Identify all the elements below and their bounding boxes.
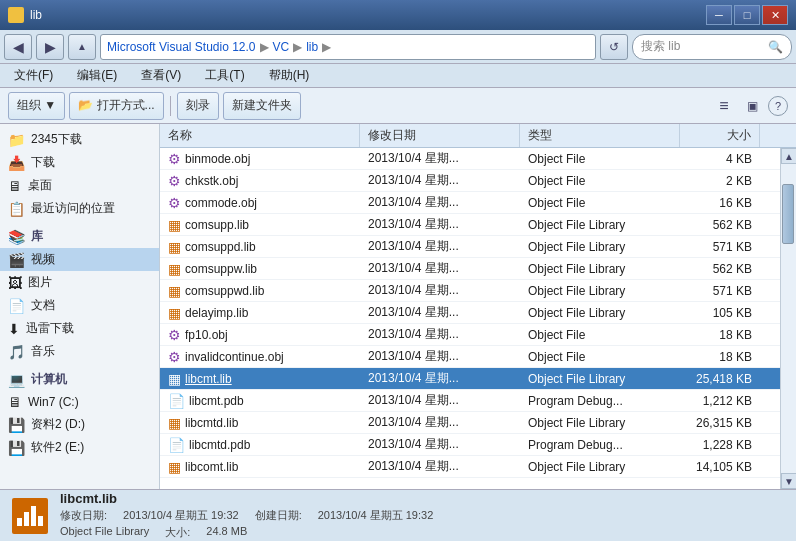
table-row[interactable]: ▦comsuppwd.lib2013/10/4 星期...Object File…: [160, 280, 780, 302]
file-name-cell: ⚙fp10.obj: [160, 327, 360, 343]
lib-icon: ▦: [168, 415, 181, 431]
forward-button[interactable]: ▶: [36, 34, 64, 60]
burn-button[interactable]: 刻录: [177, 92, 219, 120]
table-row[interactable]: ⚙commode.obj2013/10/4 星期...Object File16…: [160, 192, 780, 214]
table-row[interactable]: ▦comsupp.lib2013/10/4 星期...Object File L…: [160, 214, 780, 236]
file-name-cell: ⚙chkstk.obj: [160, 173, 360, 189]
file-name-cell: ⚙binmode.obj: [160, 151, 360, 167]
path-vs[interactable]: Microsoft Visual Studio 12.0: [107, 40, 256, 54]
table-row[interactable]: ▦libcmt.lib2013/10/4 星期...Object File Li…: [160, 368, 780, 390]
file-type-cell: Object File: [520, 174, 680, 188]
obj-icon: ⚙: [168, 195, 181, 211]
maximize-button[interactable]: □: [734, 5, 760, 25]
path-lib[interactable]: lib: [306, 40, 318, 54]
sidebar-item-2345--[interactable]: 📁2345下载: [0, 128, 159, 151]
table-row[interactable]: ▦libcmtd.lib2013/10/4 星期...Object File L…: [160, 412, 780, 434]
sidebar-item-Win7--C--[interactable]: 🖥Win7 (C:): [0, 391, 159, 413]
file-date-cell: 2013/10/4 星期...: [360, 172, 520, 189]
menu-tools[interactable]: 工具(T): [199, 65, 250, 86]
table-row[interactable]: ⚙fp10.obj2013/10/4 星期...Object File18 KB: [160, 324, 780, 346]
sidebar-item---2--E--[interactable]: 💾软件2 (E:): [0, 436, 159, 459]
status-size-label: 大小:: [165, 525, 190, 540]
file-name-cell: 📄libcmtd.pdb: [160, 437, 360, 453]
table-row[interactable]: ▦comsuppw.lib2013/10/4 星期...Object File …: [160, 258, 780, 280]
file-type-cell: Object File Library: [520, 240, 680, 254]
table-row[interactable]: 📄libcmtd.pdb2013/10/4 星期...Program Debug…: [160, 434, 780, 456]
folder-icon: 🖥: [8, 394, 22, 410]
new-folder-button[interactable]: 新建文件夹: [223, 92, 301, 120]
table-row[interactable]: ⚙invalidcontinue.obj2013/10/4 星期...Objec…: [160, 346, 780, 368]
address-path[interactable]: Microsoft Visual Studio 12.0 ▶ VC ▶ lib …: [100, 34, 596, 60]
search-icon[interactable]: 🔍: [768, 40, 783, 54]
sidebar-item---[interactable]: 📥下载: [0, 151, 159, 174]
file-size-cell: 16 KB: [680, 196, 760, 210]
status-created-label: 创建日期:: [255, 508, 302, 523]
col-header-name[interactable]: 名称: [160, 124, 360, 147]
scroll-thumb[interactable]: [782, 184, 794, 244]
sidebar-item---[interactable]: 🖥桌面: [0, 174, 159, 197]
folder-icon: 📄: [8, 298, 25, 314]
folder-icon: 📚: [8, 229, 25, 245]
folder-icon: 💻: [8, 372, 25, 388]
app-icon: [8, 7, 24, 23]
file-name-cell: ▦comsuppw.lib: [160, 261, 360, 277]
obj-icon: ⚙: [168, 327, 181, 343]
sidebar-item---[interactable]: 📄文档: [0, 294, 159, 317]
back-button[interactable]: ◀: [4, 34, 32, 60]
folder-icon: 📋: [8, 201, 25, 217]
search-box[interactable]: 搜索 lib 🔍: [632, 34, 792, 60]
table-row[interactable]: 📄libcmt.pdb2013/10/4 星期...Program Debug.…: [160, 390, 780, 412]
pdb-icon: 📄: [168, 437, 185, 453]
table-row[interactable]: ⚙chkstk.obj2013/10/4 星期...Object File2 K…: [160, 170, 780, 192]
file-name-cell: ▦libcmtd.lib: [160, 415, 360, 431]
table-row[interactable]: ▦libcomt.lib2013/10/4 星期...Object File L…: [160, 456, 780, 478]
folder-icon: 💾: [8, 417, 25, 433]
open-with-button[interactable]: 📂 打开方式...: [69, 92, 163, 120]
status-type-label: Object File Library: [60, 525, 149, 540]
sidebar-item---2--D--[interactable]: 💾资料2 (D:): [0, 413, 159, 436]
col-header-type[interactable]: 类型: [520, 124, 680, 147]
left-nav: 📁2345下载📥下载🖥桌面📋最近访问的位置📚库🎬视频🖼图片📄文档⬇迅雷下载🎵音乐…: [0, 128, 159, 459]
sidebar-item---[interactable]: 🎬视频: [0, 248, 159, 271]
col-header-date[interactable]: 修改日期: [360, 124, 520, 147]
sidebar-item----[interactable]: 💻计算机: [0, 363, 159, 391]
view-preview-button[interactable]: ▣: [740, 94, 764, 118]
menu-file[interactable]: 文件(F): [8, 65, 59, 86]
table-row[interactable]: ▦delayimp.lib2013/10/4 星期...Object File …: [160, 302, 780, 324]
scroll-up-button[interactable]: ▲: [781, 148, 796, 164]
file-name-cell: ⚙invalidcontinue.obj: [160, 349, 360, 365]
scroll-down-button[interactable]: ▼: [781, 473, 796, 489]
table-row[interactable]: ▦comsuppd.lib2013/10/4 星期...Object File …: [160, 236, 780, 258]
menu-help[interactable]: 帮助(H): [263, 65, 316, 86]
sidebar-item---[interactable]: 🎵音乐: [0, 340, 159, 363]
file-name-text: delayimp.lib: [185, 306, 248, 320]
close-button[interactable]: ✕: [762, 5, 788, 25]
file-type-cell: Object File Library: [520, 416, 680, 430]
scroll-track[interactable]: [781, 164, 796, 473]
col-header-size[interactable]: 大小: [680, 124, 760, 147]
file-date-cell: 2013/10/4 星期...: [360, 326, 520, 343]
up-button[interactable]: ▲: [68, 34, 96, 60]
status-file-icon: [12, 498, 48, 534]
file-date-cell: 2013/10/4 星期...: [360, 348, 520, 365]
scrollbar-vertical[interactable]: ▲ ▼: [780, 148, 796, 489]
file-name-text: comsuppd.lib: [185, 240, 256, 254]
view-list-button[interactable]: ≡: [712, 94, 736, 118]
path-vc[interactable]: VC: [273, 40, 290, 54]
menu-view[interactable]: 查看(V): [135, 65, 187, 86]
file-name-text: comsupp.lib: [185, 218, 249, 232]
lib-icon: ▦: [168, 283, 181, 299]
sidebar-item--[interactable]: 📚库: [0, 220, 159, 248]
sidebar-item---[interactable]: 🖼图片: [0, 271, 159, 294]
refresh-button[interactable]: ↺: [600, 34, 628, 60]
organize-button[interactable]: 组织 ▼: [8, 92, 65, 120]
sidebar-item-label: 2345下载: [31, 131, 82, 148]
sidebar-item--------[interactable]: 📋最近访问的位置: [0, 197, 159, 220]
minimize-button[interactable]: ─: [706, 5, 732, 25]
menu-edit[interactable]: 编辑(E): [71, 65, 123, 86]
sidebar-item-label: 下载: [31, 154, 55, 171]
table-row[interactable]: ⚙binmode.obj2013/10/4 星期...Object File4 …: [160, 148, 780, 170]
help-button[interactable]: ?: [768, 96, 788, 116]
file-date-cell: 2013/10/4 星期...: [360, 458, 520, 475]
sidebar-item-----[interactable]: ⬇迅雷下载: [0, 317, 159, 340]
